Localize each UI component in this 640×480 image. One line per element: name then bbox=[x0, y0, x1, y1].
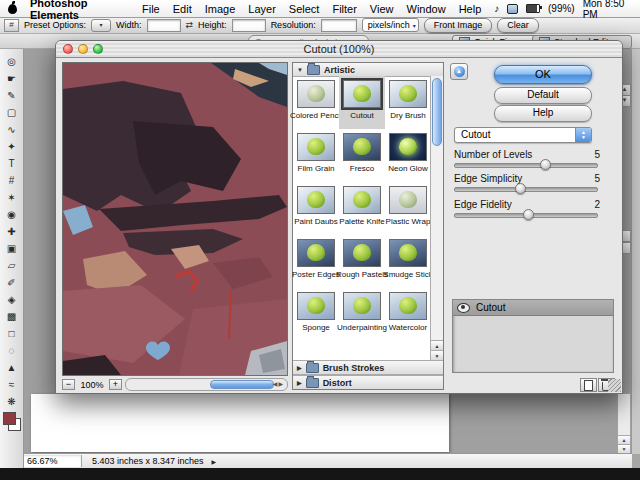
filter-thumb-film-grain[interactable]: Film Grain bbox=[293, 129, 339, 182]
edge-simplicity-value[interactable]: 5 bbox=[580, 173, 600, 184]
edge-fidelity-value[interactable]: 2 bbox=[580, 199, 600, 210]
filter-thumb-rough-pastels[interactable]: Rough Pastels bbox=[339, 235, 385, 288]
tool-magic-wand[interactable]: ✦ bbox=[2, 138, 21, 155]
tool-brush[interactable]: ✐ bbox=[2, 274, 21, 291]
menu-image[interactable]: Image bbox=[205, 3, 236, 15]
default-button[interactable]: Default bbox=[494, 87, 592, 104]
foreground-color-swatch[interactable] bbox=[3, 412, 16, 425]
tool-clone-stamp[interactable]: ▣ bbox=[2, 240, 21, 257]
apple-menu-icon[interactable] bbox=[8, 4, 17, 14]
menu-view[interactable]: View bbox=[370, 3, 394, 15]
tool-blur[interactable]: ◌ bbox=[2, 342, 21, 359]
app-menu[interactable]: Photoshop Elements bbox=[30, 0, 129, 21]
edge-simplicity-slider[interactable] bbox=[454, 187, 598, 192]
filter-thumb-cutout[interactable]: Cutout bbox=[339, 76, 385, 129]
tool-marquee[interactable]: ▢ bbox=[2, 104, 21, 121]
tool-eyedropper[interactable]: ✎ bbox=[2, 87, 21, 104]
category-brush-strokes[interactable]: ▶ Brush Strokes bbox=[293, 360, 443, 375]
menu-help[interactable]: Help bbox=[459, 3, 482, 15]
filter-thumb-colored-pencil[interactable]: Colored Pencil bbox=[293, 76, 339, 129]
ok-button[interactable]: OK bbox=[494, 65, 592, 84]
disclosure-closed-icon: ▶ bbox=[297, 379, 302, 386]
zoom-out-button[interactable]: − bbox=[62, 379, 75, 390]
tool-sharpen[interactable]: ▲ bbox=[2, 359, 21, 376]
preview-zoom-value[interactable]: 100% bbox=[78, 380, 106, 390]
dialog-resize-grip[interactable] bbox=[608, 379, 621, 392]
category-distort[interactable]: ▶ Distort bbox=[293, 375, 443, 389]
effect-layer-row[interactable]: Cutout bbox=[453, 300, 613, 316]
filter-thumb-underpainting[interactable]: Underpainting bbox=[339, 288, 385, 341]
tool-smudge[interactable]: ≈ bbox=[2, 376, 21, 393]
battery-icon[interactable] bbox=[526, 4, 540, 13]
zoom-window-button[interactable] bbox=[93, 44, 103, 54]
width-field[interactable] bbox=[147, 19, 181, 32]
tool-shape[interactable]: □ bbox=[2, 325, 21, 342]
filter-thumb-fresco[interactable]: Fresco bbox=[339, 129, 385, 182]
document-canvas[interactable] bbox=[31, 394, 449, 452]
filter-thumb-palette-knife[interactable]: Palette Knife bbox=[339, 182, 385, 235]
category-distort-label: Distort bbox=[323, 378, 352, 388]
menu-select[interactable]: Select bbox=[289, 3, 320, 15]
filter-preview[interactable] bbox=[62, 62, 288, 376]
swap-dimensions-icon[interactable]: ⇄ bbox=[186, 20, 194, 30]
resolution-unit-dropdown[interactable]: pixels/inch ▾ bbox=[362, 18, 419, 32]
menu-window[interactable]: Window bbox=[407, 3, 446, 15]
new-effect-layer-button[interactable] bbox=[580, 378, 597, 392]
filter-popup-menu[interactable]: Cutout ▲ ▼ bbox=[454, 127, 592, 143]
number-of-levels-slider[interactable] bbox=[454, 163, 598, 168]
menu-clock[interactable]: Mon 8:50 PM bbox=[583, 0, 632, 20]
filter-thumb-plastic-wrap[interactable]: Plastic Wrap bbox=[385, 182, 431, 235]
tool-cookie-cutter[interactable]: ✶ bbox=[2, 189, 21, 206]
displays-icon[interactable] bbox=[507, 4, 518, 14]
menu-filter[interactable]: Filter bbox=[332, 3, 356, 15]
preview-horizontal-scrollbar[interactable]: ◀▶ bbox=[125, 378, 288, 391]
tool-crop[interactable]: # bbox=[2, 172, 21, 189]
tool-gradient[interactable]: ▩ bbox=[2, 308, 21, 325]
filter-thumb-paint-daubs[interactable]: Paint Daubs bbox=[293, 182, 339, 235]
zoom-percent-field[interactable]: 66.67% bbox=[23, 455, 82, 467]
filter-thumb-poster-edges[interactable]: Poster Edges bbox=[293, 235, 339, 288]
preview-scroll-thumb[interactable] bbox=[210, 380, 274, 389]
tool-sponge[interactable]: ❋ bbox=[2, 393, 21, 410]
visibility-eye-icon[interactable] bbox=[457, 303, 470, 313]
filter-thumb-smudge-stick[interactable]: Smudge Stick bbox=[385, 235, 431, 288]
close-button[interactable] bbox=[63, 44, 73, 54]
resolution-field[interactable] bbox=[321, 19, 357, 32]
tool-zoom[interactable]: ◎ bbox=[2, 53, 21, 70]
number-of-levels-value[interactable]: 5 bbox=[580, 149, 600, 160]
tool-eraser[interactable]: ▱ bbox=[2, 257, 21, 274]
filter-thumb-dry-brush[interactable]: Dry Brush bbox=[385, 76, 431, 129]
front-image-button[interactable]: Front Image bbox=[424, 18, 493, 33]
tool-paint-bucket[interactable]: ◈ bbox=[2, 291, 21, 308]
menu-edit[interactable]: Edit bbox=[173, 3, 192, 15]
minimize-button[interactable] bbox=[78, 44, 88, 54]
document-vertical-scrollbar[interactable]: ▲ ▼ bbox=[617, 393, 631, 455]
filter-list-scroll-thumb[interactable] bbox=[432, 78, 442, 146]
tool-type[interactable]: T bbox=[2, 155, 21, 172]
filter-thumb-sponge[interactable]: Sponge bbox=[293, 288, 339, 341]
filter-list-scrollbar[interactable]: ▲ ▼ bbox=[430, 76, 443, 361]
filter-thumb-neon-glow[interactable]: Neon Glow bbox=[385, 129, 431, 182]
edge-fidelity-slider[interactable] bbox=[454, 213, 598, 218]
thumb-label: Sponge bbox=[302, 323, 330, 332]
tool-healing-brush[interactable]: ✚ bbox=[2, 223, 21, 240]
slider-thumb[interactable] bbox=[523, 209, 534, 220]
height-field[interactable] bbox=[232, 19, 266, 32]
slider-thumb[interactable] bbox=[540, 159, 551, 170]
collapse-browser-button[interactable]: ▲ bbox=[450, 63, 468, 80]
preview-scroll-arrows-icon[interactable]: ◀▶ bbox=[273, 380, 284, 387]
tool-red-eye[interactable]: ◉ bbox=[2, 206, 21, 223]
clear-button[interactable]: Clear bbox=[497, 18, 539, 33]
tool-hand[interactable]: ☛ bbox=[2, 70, 21, 87]
menu-layer[interactable]: Layer bbox=[248, 3, 276, 15]
category-artistic[interactable]: ▼ Artistic bbox=[293, 63, 443, 77]
volume-icon[interactable]: ♪ bbox=[494, 3, 499, 14]
zoom-in-button[interactable]: + bbox=[109, 379, 122, 390]
menu-file[interactable]: File bbox=[142, 3, 160, 15]
slider-thumb[interactable] bbox=[515, 183, 526, 194]
help-button[interactable]: Help bbox=[494, 105, 592, 122]
tool-lasso[interactable]: ∿ bbox=[2, 121, 21, 138]
dialog-title-bar[interactable]: Cutout (100%) bbox=[56, 41, 622, 58]
status-popup-icon[interactable]: ▶ bbox=[212, 458, 217, 465]
filter-thumb-watercolor[interactable]: Watercolor bbox=[385, 288, 431, 341]
